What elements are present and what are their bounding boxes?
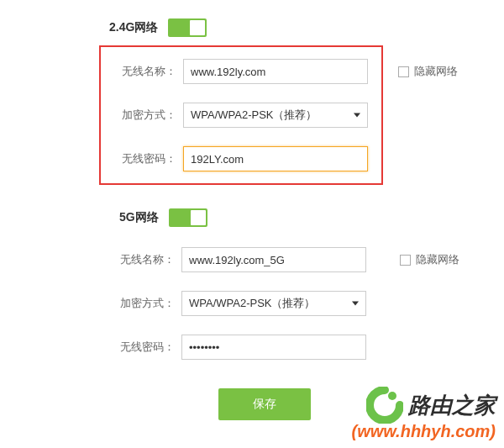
section-title-24g: 2.4G网络: [109, 20, 158, 35]
row-5g-pwd: 无线密码：: [108, 335, 375, 360]
watermark-brand: 路由之家: [408, 391, 496, 420]
section-title-5g: 5G网络: [119, 210, 159, 225]
pwd-label-24g: 无线密码：: [109, 151, 176, 166]
enc-label-5g: 加密方式：: [108, 296, 175, 311]
toggle-24g[interactable]: [168, 18, 207, 37]
form-5g: 无线名称： 隐藏网络 加密方式： WPA/WPA2-PSK（推荐） 无线密码：: [99, 235, 383, 372]
chevron-down-icon: [354, 113, 360, 118]
enc-select-5g[interactable]: WPA/WPA2-PSK（推荐）: [181, 291, 366, 316]
ssid-input-24g[interactable]: [183, 59, 368, 84]
router-home-logo-icon: [366, 387, 403, 424]
ssid-label-24g: 无线名称：: [109, 64, 176, 79]
toggle-knob: [190, 20, 205, 35]
svg-point-0: [388, 392, 396, 400]
hide-label-24g: 隐藏网络: [414, 64, 458, 79]
save-button[interactable]: 保存: [218, 388, 311, 420]
hide-network-wrap-24g[interactable]: 隐藏网络: [398, 64, 458, 79]
pwd-input-24g[interactable]: [183, 146, 368, 171]
chevron-down-icon: [352, 302, 359, 306]
section-header-24g: 2.4G网络: [109, 18, 504, 37]
enc-value-5g: WPA/WPA2-PSK（推荐）: [182, 292, 365, 315]
pwd-input-5g[interactable]: [181, 335, 366, 360]
section-header-5g: 5G网络: [109, 208, 504, 227]
enc-label-24g: 加密方式：: [109, 108, 176, 123]
hide-checkbox-5g[interactable]: [400, 255, 411, 266]
row-24g-enc: 加密方式： WPA/WPA2-PSK（推荐）: [109, 103, 373, 128]
pwd-label-5g: 无线密码：: [108, 340, 175, 355]
row-24g-ssid: 无线名称： 隐藏网络: [109, 59, 373, 84]
toggle-5g[interactable]: [169, 208, 207, 227]
watermark-url: (www.hhhyh.com): [352, 422, 496, 441]
enc-select-24g[interactable]: WPA/WPA2-PSK（推荐）: [183, 103, 368, 128]
ssid-label-5g: 无线名称：: [108, 252, 175, 267]
hide-checkbox-24g[interactable]: [398, 66, 409, 77]
enc-value-24g: WPA/WPA2-PSK（推荐）: [184, 103, 367, 127]
row-5g-ssid: 无线名称： 隐藏网络: [108, 247, 375, 272]
highlight-box-24g: 无线名称： 隐藏网络 加密方式： WPA/WPA2-PSK（推荐） 无线密码：: [99, 45, 383, 185]
row-5g-enc: 加密方式： WPA/WPA2-PSK（推荐）: [108, 291, 375, 316]
hide-label-5g: 隐藏网络: [416, 252, 459, 267]
watermark: 路由之家 (www.hhhyh.com): [352, 387, 496, 441]
ssid-input-5g[interactable]: [181, 247, 366, 272]
watermark-top: 路由之家: [366, 387, 496, 424]
row-24g-pwd: 无线密码：: [109, 146, 373, 171]
hide-network-wrap-5g[interactable]: 隐藏网络: [400, 252, 459, 267]
toggle-knob: [191, 210, 206, 225]
